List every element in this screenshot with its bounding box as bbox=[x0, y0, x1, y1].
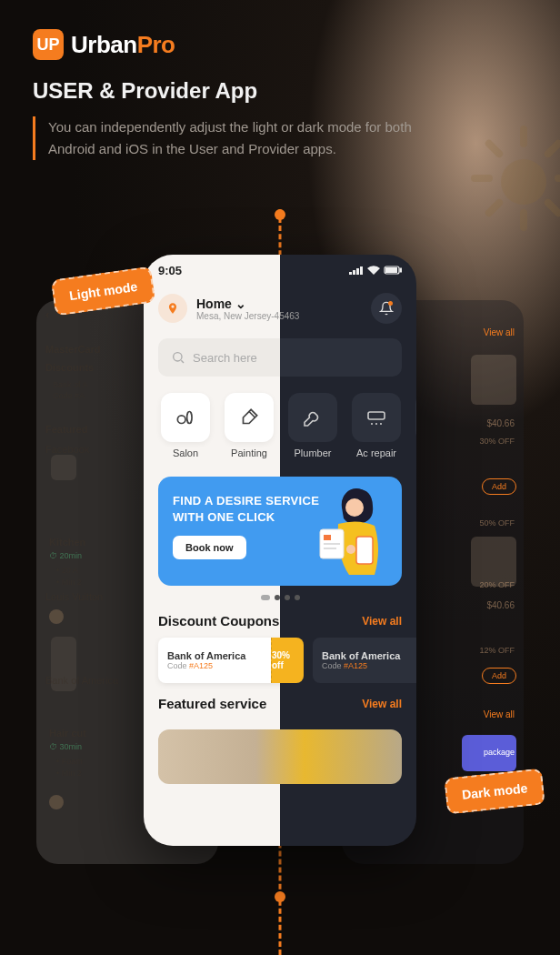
svg-rect-30 bbox=[324, 548, 336, 549]
ghost-label: package bbox=[484, 748, 515, 757]
section-title-discounts: Discount Coupons bbox=[158, 613, 279, 628]
search-input[interactable]: Search here bbox=[280, 338, 402, 377]
viewall-discounts[interactable]: View all bbox=[362, 615, 402, 628]
search-placeholder: Search here bbox=[193, 351, 257, 365]
viewall-featured[interactable]: View all bbox=[362, 698, 402, 710]
ghost-thumbnail bbox=[471, 537, 516, 587]
location-selector[interactable]: Home ⌄ Mesa, New Jersey-45463 bbox=[280, 297, 362, 321]
ghost-label: MasterCard bbox=[45, 344, 101, 355]
svg-rect-18 bbox=[400, 268, 402, 272]
search-input[interactable]: Search here bbox=[158, 338, 280, 377]
salon-icon bbox=[161, 393, 210, 442]
ghost-thumbnail bbox=[51, 455, 76, 480]
notification-dot bbox=[388, 301, 393, 306]
wifi-icon bbox=[367, 266, 380, 275]
ghost-discount: 50% OFF bbox=[479, 518, 515, 528]
category-painting[interactable]: Painting bbox=[222, 393, 276, 458]
ghost-label: • Min 2 bbox=[56, 578, 82, 587]
ghost-label: • 20 A bbox=[56, 566, 78, 575]
status-time: 9:05 bbox=[158, 264, 182, 277]
ghost-discount: 12% OFF bbox=[479, 646, 515, 655]
ghost-label: Discounts bbox=[45, 362, 94, 373]
clock-icon: ⏱ 20min bbox=[49, 551, 82, 560]
category-ac-repair[interactable]: Ac repair bbox=[349, 393, 404, 458]
viewall-link: View all bbox=[484, 709, 515, 719]
svg-point-0 bbox=[174, 353, 182, 361]
location-selector[interactable]: Home ⌄ Mesa, New Jersey-45463 bbox=[196, 297, 280, 321]
add-button: Add bbox=[482, 668, 516, 684]
back-icon: ‹ bbox=[45, 307, 49, 321]
ghost-discount: 20% OFF bbox=[479, 580, 515, 589]
svg-point-24 bbox=[345, 498, 364, 517]
ghost-label: Featured bbox=[45, 424, 87, 435]
coupon-card[interactable]: Bank of America Code #A125 bbox=[313, 638, 416, 683]
banner-title: FIND A DESIRE SERVICEWITH ONE CLICK bbox=[173, 493, 280, 525]
featured-image[interactable] bbox=[280, 729, 402, 784]
coupon-card[interactable]: Bank of America Code #A125 30% off bbox=[158, 638, 280, 683]
clock-icon: ⏱ 30min bbox=[49, 742, 82, 751]
page-description: You can independently adjust the light o… bbox=[48, 116, 448, 160]
ghost-thumbnail bbox=[471, 355, 516, 405]
ac-icon bbox=[352, 393, 401, 442]
category-salon[interactable]: Salon bbox=[158, 393, 213, 458]
car-icon bbox=[415, 393, 416, 442]
svg-rect-28 bbox=[324, 535, 331, 540]
phone-mockup: 9:05 ▮▮▮ ◉ ▭ Home ⌄ Mesa, New Jersey-454… bbox=[144, 255, 416, 846]
book-now-button[interactable]: Book now bbox=[173, 536, 246, 559]
svg-rect-25 bbox=[356, 537, 373, 564]
location-pin-icon[interactable] bbox=[158, 294, 187, 323]
ghost-label: Bank of A bbox=[53, 380, 88, 389]
ghost-discount: 30% OFF bbox=[479, 437, 515, 446]
banner-illustration bbox=[304, 484, 395, 578]
pager-dot[interactable] bbox=[275, 595, 280, 600]
coupon-title: Bank of America bbox=[322, 650, 416, 661]
coupon-code: Code #A125 bbox=[322, 661, 416, 670]
category-car[interactable]: Car bbox=[413, 393, 416, 458]
coupon-title: Bank of America bbox=[167, 650, 262, 661]
status-bar: 9:05 bbox=[280, 255, 416, 286]
coupon-row: Bank of America Code #A125 30% off Bank … bbox=[280, 638, 416, 683]
brand-logo: UP UrbanPro bbox=[33, 29, 527, 60]
coupon-discount-stub: 30% off bbox=[271, 638, 280, 683]
svg-rect-14 bbox=[356, 268, 359, 275]
category-row: Salon Painting Plumber Ac repair bbox=[144, 384, 280, 467]
ghost-price: $40.66 bbox=[486, 418, 515, 428]
viewall-link: View all bbox=[484, 327, 515, 337]
pager-dot[interactable] bbox=[295, 595, 300, 600]
category-plumber[interactable]: Plumber bbox=[285, 393, 340, 458]
featured-image[interactable] bbox=[158, 729, 280, 784]
logo-text: UrbanPro bbox=[71, 31, 175, 59]
pager-dot[interactable] bbox=[261, 595, 270, 600]
logo-badge: UP bbox=[33, 29, 64, 60]
svg-point-1 bbox=[177, 416, 185, 424]
svg-rect-22 bbox=[368, 412, 385, 419]
pager-dot[interactable] bbox=[285, 595, 290, 600]
ghost-label: Louis Vuitton bbox=[45, 591, 103, 602]
add-button: Add bbox=[482, 478, 516, 495]
paint-icon bbox=[225, 393, 274, 442]
category-label: Salon bbox=[173, 447, 198, 458]
notification-button[interactable] bbox=[371, 293, 402, 324]
category-label: Painting bbox=[231, 447, 267, 458]
ghost-label: Kitchen bbox=[49, 537, 85, 548]
avatar bbox=[49, 795, 64, 809]
avatar bbox=[49, 609, 64, 624]
ghost-label: Code #A bbox=[53, 391, 85, 400]
ghost-label: Facebook bbox=[45, 444, 89, 455]
coupon-code: Code #A125 bbox=[167, 661, 262, 670]
svg-rect-12 bbox=[349, 272, 352, 275]
coupon-card[interactable]: Bank of America Code #A125 30% off bbox=[280, 638, 304, 683]
ghost-label: • Foam bbox=[56, 757, 83, 766]
ghost-label: Bank of America bbox=[45, 675, 118, 686]
divider-dot-bottom bbox=[275, 891, 285, 902]
category-row: Salon Painting Plumber Ac repair bbox=[280, 384, 416, 467]
signal-icon bbox=[349, 266, 364, 275]
search-icon bbox=[171, 350, 185, 365]
battery-icon bbox=[384, 266, 402, 275]
category-label: Ac repair bbox=[356, 447, 396, 458]
coupon-discount-stub: 30% off bbox=[280, 638, 304, 683]
promo-banner[interactable]: FIND A DESIRE SERVICEWITH ONE CLICK Book… bbox=[158, 477, 280, 586]
coupon-row: Bank of America Code #A125 30% off Bank … bbox=[144, 638, 280, 683]
promo-banner[interactable]: FIND A DESIRE SERVICEWITH ONE CLICK Book… bbox=[280, 477, 402, 586]
svg-rect-29 bbox=[324, 543, 340, 545]
